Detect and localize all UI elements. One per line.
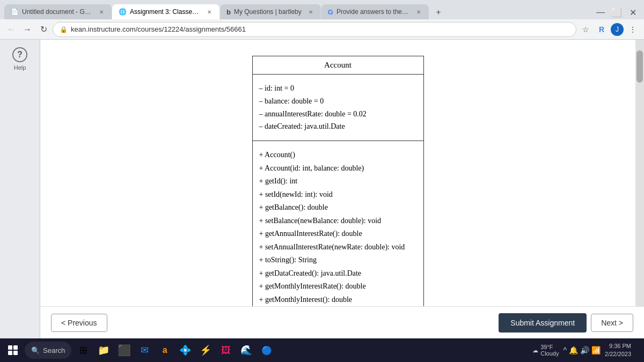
uml-method-2: + getId(): int — [259, 175, 417, 188]
lock-icon: 🔒 — [60, 26, 68, 33]
restore-button[interactable]: ⬜ — [610, 5, 624, 19]
extensions-icon[interactable]: R — [595, 23, 609, 36]
tab-provide[interactable]: G Provide answers to the following... ✕ — [321, 4, 429, 19]
scroll-thumb[interactable] — [636, 50, 643, 83]
address-bar-row: ← → ↻ 🔒 kean.instructure.com/courses/122… — [0, 19, 644, 40]
uml-method-3: + setId(newId: int): void — [259, 188, 417, 202]
tab-label-assignment: Assignment 3: Classes and Obje... — [130, 8, 200, 16]
taskbar-time[interactable]: 9:36 PM 2/22/2023 — [605, 342, 631, 359]
tab-icon-provide: G — [328, 8, 333, 16]
scroll-bar[interactable] — [635, 40, 644, 306]
show-desktop-button[interactable] — [635, 342, 640, 359]
caret-icon[interactable]: ^ — [563, 346, 567, 354]
menu-icon[interactable]: ⋮ — [626, 23, 640, 36]
tab-google-docs[interactable]: 📄 Untitled document - Google Doc... ✕ — [4, 4, 112, 19]
tab-close-google-docs[interactable]: ✕ — [98, 8, 105, 16]
uml-method-9: + getDataCreated(): java.util.Date — [259, 267, 417, 280]
submit-assignment-button[interactable]: Submit Assignment — [499, 313, 587, 333]
uml-method-10: + getMonthlyInterestRate(): double — [259, 280, 417, 293]
toolbar-icons: ☆ R J ⋮ — [579, 23, 640, 36]
taskbar-icon-amazon[interactable]: a — [156, 342, 173, 359]
close-button[interactable]: ✕ — [626, 5, 640, 19]
taskbar-icon-edge[interactable]: 🌊 — [238, 342, 255, 359]
taskbar-right: ☁ 39°F Cloudy ^ 🔔 🔊 📶 9:36 PM 2/22/2023 — [532, 342, 640, 359]
tab-label-google-docs: Untitled document - Google Doc... — [22, 8, 92, 16]
reload-button[interactable]: ↻ — [36, 23, 50, 36]
taskbar-icon-photos[interactable]: 🖼 — [217, 342, 235, 359]
uml-method-11: + getMonthlyInterest(): double — [259, 293, 417, 306]
network-icon[interactable]: 📶 — [591, 346, 601, 354]
uml-field-date-created: – dateCreated: java.util.Date — [259, 120, 417, 133]
taskbar-sys-icons: ^ 🔔 🔊 📶 — [563, 346, 601, 354]
tab-close-provide[interactable]: ✕ — [415, 8, 422, 16]
taskbar-weather[interactable]: ☁ 39°F Cloudy — [532, 344, 559, 357]
uml-class-diagram: Account – id: int = 0 – balance: double … — [252, 56, 424, 306]
next-button[interactable]: Next > — [591, 314, 633, 332]
uml-method-8: + toString(): String — [259, 254, 417, 267]
taskbar: 🔍 Search ⊞ 📁 ⬛ ✉ a 💠 ⚡ 🖼 🌊 🔵 ☁ 39°F Clou… — [0, 338, 644, 362]
uml-method-1: + Account(id: int, balance: double) — [259, 162, 417, 175]
new-tab-button[interactable]: + — [431, 5, 445, 19]
uml-methods: + Account() + Account(id: int, balance: … — [253, 141, 423, 306]
weather-desc: Cloudy — [540, 350, 559, 357]
uml-method-6: + getAnnualInterestRate(): double — [259, 227, 417, 241]
previous-button[interactable]: < Previous — [51, 314, 107, 332]
tab-close-bartleby[interactable]: ✕ — [307, 8, 314, 16]
uml-field-annual-rate: – annualInterestRate: double = 0.02 — [259, 108, 417, 121]
tab-label-bartleby: My Questions | bartleby — [234, 8, 302, 16]
uml-method-5: + setBalance(newBalance: double): void — [259, 215, 417, 228]
taskview-button[interactable]: ⊞ — [75, 342, 92, 359]
taskbar-search-icon: 🔍 — [31, 346, 40, 354]
taskbar-icon-lightning[interactable]: ⚡ — [197, 342, 214, 359]
tab-icon-bartleby: b — [226, 8, 231, 16]
windows-logo-icon — [8, 345, 18, 355]
taskbar-icon-blue[interactable]: 💠 — [177, 342, 194, 359]
uml-method-4: + getBalance(): double — [259, 201, 417, 215]
content-scroll: Account – id: int = 0 – balance: double … — [40, 40, 644, 306]
uml-field-balance: – balance: double = 0 — [259, 95, 417, 108]
taskbar-icon-purple[interactable]: ⬛ — [115, 342, 133, 359]
weather-temp: 39°F — [540, 344, 559, 350]
date-display: 2/22/2023 — [605, 350, 631, 358]
diagram-area: Account – id: int = 0 – balance: double … — [252, 50, 424, 306]
uml-title: Account — [253, 56, 423, 75]
tab-bar: 📄 Untitled document - Google Doc... ✕ 🌐 … — [0, 0, 644, 19]
bottom-bar: < Previous Submit Assignment Next > — [40, 306, 644, 338]
taskbar-icon-mail[interactable]: ✉ — [136, 342, 153, 359]
time-display: 9:36 PM — [605, 342, 631, 350]
taskbar-search[interactable]: 🔍 Search — [25, 342, 71, 359]
taskbar-icon-chrome[interactable]: 🔵 — [258, 342, 275, 359]
tab-assignment[interactable]: 🌐 Assignment 3: Classes and Obje... ✕ — [112, 4, 219, 19]
help-button[interactable]: ? Help — [9, 44, 31, 74]
forward-button[interactable]: → — [20, 23, 34, 36]
help-label: Help — [14, 64, 26, 71]
uml-method-7: + setAnnualInterestRate(newRate: double)… — [259, 241, 417, 254]
tab-label-provide: Provide answers to the following... — [336, 8, 409, 16]
bookmarks-icon[interactable]: ☆ — [579, 23, 592, 36]
notification-icon[interactable]: 🔔 — [569, 346, 578, 354]
back-button[interactable]: ← — [4, 23, 18, 36]
uml-field-id: – id: int = 0 — [259, 82, 417, 95]
address-box[interactable]: 🔒 kean.instructure.com/courses/12224/ass… — [53, 22, 576, 37]
uml-fields: – id: int = 0 – balance: double = 0 – an… — [253, 75, 423, 141]
url-text: kean.instructure.com/courses/12224/assig… — [71, 25, 569, 33]
tab-close-assignment[interactable]: ✕ — [206, 8, 213, 16]
taskbar-icon-files[interactable]: 📁 — [95, 342, 112, 359]
tab-bartleby[interactable]: b My Questions | bartleby ✕ — [220, 4, 321, 19]
browser-body: ? Help Account – id: int = 0 – balance: … — [0, 40, 644, 338]
page-area: Account – id: int = 0 – balance: double … — [40, 40, 635, 306]
sidebar-left: ? Help — [0, 40, 40, 338]
taskbar-search-text: Search — [43, 346, 65, 354]
profile-icon[interactable]: J — [611, 23, 624, 36]
tab-icon-assignment: 🌐 — [119, 8, 127, 16]
volume-icon[interactable]: 🔊 — [580, 346, 589, 354]
main-content: Account – id: int = 0 – balance: double … — [40, 40, 644, 338]
uml-method-0: + Account() — [259, 149, 417, 162]
weather-icon: ☁ — [532, 347, 538, 354]
help-circle-icon: ? — [12, 47, 27, 62]
browser-chrome: 📄 Untitled document - Google Doc... ✕ 🌐 … — [0, 0, 644, 40]
minimize-button[interactable]: — — [594, 5, 608, 19]
start-button[interactable] — [4, 342, 21, 359]
tab-icon-google-docs: 📄 — [11, 8, 19, 16]
